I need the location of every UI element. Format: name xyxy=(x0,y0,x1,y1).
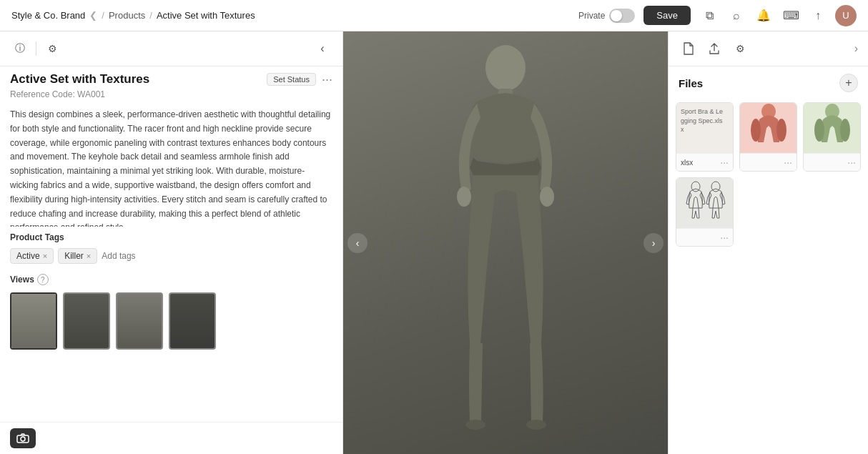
top-nav: Style & Co. Brand ❮ / Products / Active … xyxy=(0,0,868,31)
thumb-4[interactable] xyxy=(169,292,216,350)
breadcrumb-sep-2: / xyxy=(102,10,104,21)
file-card-body-1: ··· xyxy=(739,102,797,172)
thumbnails-row xyxy=(0,290,342,357)
collapse-left-button[interactable]: ‹ xyxy=(312,39,332,59)
file-thumb-sketch xyxy=(676,178,733,228)
svg-point-10 xyxy=(776,119,786,142)
description-text: This design combines a sleek, performanc… xyxy=(10,108,332,227)
svg-point-13 xyxy=(840,119,850,142)
model-figure-svg xyxy=(427,36,584,450)
add-file-button[interactable]: + xyxy=(839,74,858,92)
nav-right: Private Save ⧉ ⌕ 🔔 ⌨ ↑ U xyxy=(578,5,857,26)
tag-killer: Killer × xyxy=(58,248,97,264)
bottom-bar xyxy=(0,422,342,454)
file-footer-spreadsheet: xlsx ··· xyxy=(676,153,733,171)
next-view-button[interactable]: › xyxy=(643,233,664,253)
chevron-left-icon: ‹ xyxy=(320,42,324,55)
tag-killer-label: Killer xyxy=(64,251,84,261)
file-footer-sketch: ··· xyxy=(676,228,733,246)
add-icon: + xyxy=(845,77,852,89)
file-thumb-body-1 xyxy=(740,103,797,153)
gear-icon: ⚙ xyxy=(48,43,57,54)
camera-button[interactable] xyxy=(10,428,36,448)
file-thumb-spreadsheet: Sport Bra & Legging Spec.xlsx xyxy=(676,103,733,153)
thumb-3[interactable] xyxy=(116,292,163,350)
upload-icon[interactable]: ↑ xyxy=(808,6,828,26)
file-footer-body-2: ··· xyxy=(804,153,860,171)
files-grid: Sport Bra & Legging Spec.xlsx xlsx ··· xyxy=(669,97,868,252)
svg-point-9 xyxy=(751,119,761,142)
file-footer-body-1: ··· xyxy=(740,153,797,171)
private-toggle[interactable]: Private xyxy=(578,9,635,23)
avatar[interactable]: U xyxy=(835,5,857,26)
thumb-1[interactable] xyxy=(10,292,57,350)
right-panel-header: ⚙ › xyxy=(669,31,868,66)
file-more-body-1[interactable]: ··· xyxy=(784,157,792,168)
file-card-sketch: ··· xyxy=(676,177,734,247)
main-content: ⓘ ⚙ ‹ Active Set with Textures Set Statu… xyxy=(0,31,868,454)
gear-right-icon: ⚙ xyxy=(736,43,745,54)
right-panel: ⚙ › Files + Sport Bra & Legging Spec.xls… xyxy=(668,31,868,454)
tag-active-remove[interactable]: × xyxy=(43,252,47,260)
thumb-2[interactable] xyxy=(63,292,110,350)
description-section: This design combines a sleek, performanc… xyxy=(0,105,342,227)
file-name-inner: Sport Bra & Legging Spec.xlsx xyxy=(681,107,723,134)
duplicate-icon[interactable]: ⧉ xyxy=(699,6,719,26)
tag-killer-remove[interactable]: × xyxy=(87,252,91,260)
file-icon xyxy=(683,42,694,55)
right-header-icons: ⚙ xyxy=(679,39,750,59)
tag-input[interactable] xyxy=(102,251,209,261)
files-title: Files xyxy=(679,77,703,89)
settings-button[interactable]: ⚙ xyxy=(42,39,62,59)
file-icon-button[interactable] xyxy=(679,39,699,59)
product-title: Active Set with Textures xyxy=(10,72,149,87)
file-card-spreadsheet: Sport Bra & Legging Spec.xlsx xlsx ··· xyxy=(676,102,734,172)
nav-icons: ⧉ ⌕ 🔔 ⌨ ↑ U xyxy=(699,5,857,26)
tag-active: Active × xyxy=(10,248,54,264)
file-more-button[interactable]: ··· xyxy=(720,157,729,168)
status-badge[interactable]: Set Status xyxy=(267,73,316,86)
body-green-svg xyxy=(807,103,857,153)
views-info-icon[interactable]: ? xyxy=(37,274,49,285)
prev-view-button[interactable]: ‹ xyxy=(347,233,368,253)
model-3d-view xyxy=(343,31,668,454)
svg-point-12 xyxy=(814,119,824,142)
search-icon[interactable]: ⌕ xyxy=(726,6,746,26)
body-heatmap-svg xyxy=(744,103,794,153)
toggle-track[interactable] xyxy=(609,9,635,23)
svg-point-7 xyxy=(526,420,546,430)
info-button[interactable]: ⓘ xyxy=(10,39,30,59)
info-icon: ⓘ xyxy=(15,42,25,55)
file-more-sketch[interactable]: ··· xyxy=(720,232,729,243)
tags-section-label: Product Tags xyxy=(0,227,342,245)
camera-icon xyxy=(16,433,29,443)
sketch-svg xyxy=(680,178,730,228)
tags-row: Active × Killer × xyxy=(0,245,342,270)
brand-link[interactable]: Style & Co. Brand xyxy=(11,10,85,21)
svg-point-6 xyxy=(465,420,485,430)
file-more-body-2[interactable]: ··· xyxy=(847,157,856,168)
ref-label: Reference Code: xyxy=(10,89,75,99)
expand-right-button[interactable]: › xyxy=(854,42,858,55)
center-panel: ‹ › xyxy=(343,31,668,454)
svg-point-1 xyxy=(21,437,25,441)
breadcrumb-sep-1: ❮ xyxy=(89,10,97,21)
tag-active-label: Active xyxy=(16,251,40,261)
ref-value: WA001 xyxy=(77,89,105,99)
gear-right-button[interactable]: ⚙ xyxy=(730,39,750,59)
left-panel-header: ⓘ ⚙ ‹ xyxy=(0,31,342,66)
save-button[interactable]: Save xyxy=(643,6,691,25)
private-label: Private xyxy=(578,11,605,21)
breadcrumb-sep-3: / xyxy=(149,10,152,21)
file-thumb-body-2 xyxy=(804,103,860,153)
products-link[interactable]: Products xyxy=(109,10,145,21)
svg-point-5 xyxy=(540,187,554,207)
share-icon-button[interactable] xyxy=(704,39,724,59)
more-options-button[interactable]: ··· xyxy=(322,73,332,86)
left-panel: ⓘ ⚙ ‹ Active Set with Textures Set Statu… xyxy=(0,31,343,454)
title-row: Active Set with Textures Set Status ··· xyxy=(0,66,342,89)
bell-icon[interactable]: 🔔 xyxy=(754,6,774,26)
svg-point-2 xyxy=(485,45,526,91)
views-label: Views xyxy=(10,275,34,285)
keyboard-icon[interactable]: ⌨ xyxy=(781,6,801,26)
